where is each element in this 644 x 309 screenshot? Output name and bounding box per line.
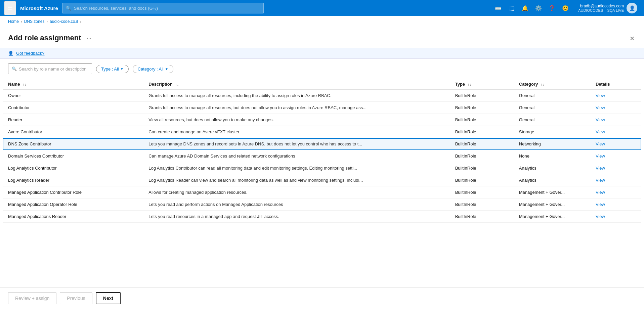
feedback-banner: 👤 Got feedback?: [0, 48, 644, 59]
col-header-type[interactable]: Type ↑↓: [450, 79, 514, 90]
table-row[interactable]: Managed Application Operator RoleLets yo…: [3, 198, 641, 211]
notifications-button[interactable]: 🔔: [519, 2, 531, 14]
col-header-description[interactable]: Description ↑↓: [143, 79, 449, 90]
view-link[interactable]: View: [596, 105, 605, 110]
view-link[interactable]: View: [596, 129, 605, 134]
view-link[interactable]: View: [596, 178, 605, 183]
table-row[interactable]: DNS Zone ContributorLets you manage DNS …: [3, 138, 641, 150]
view-link[interactable]: View: [596, 214, 605, 219]
role-details-cell[interactable]: View: [590, 90, 641, 102]
table-row[interactable]: Managed Applications ReaderLets you read…: [3, 211, 641, 223]
col-header-name[interactable]: Name ↑↓: [3, 79, 143, 90]
role-details-cell[interactable]: View: [590, 138, 641, 150]
role-details-cell[interactable]: View: [590, 162, 641, 174]
role-type-cell: BuiltInRole: [450, 174, 514, 186]
topbar-icons: ⌨️ ⬚ 🔔 ⚙️ ❓ 😊: [492, 2, 571, 14]
role-description-cell: Grants full access to manage all resourc…: [143, 90, 449, 102]
role-type-cell: BuiltInRole: [450, 162, 514, 174]
feedback-button[interactable]: 😊: [559, 2, 571, 14]
role-description-cell: Can manage Azure AD Domain Services and …: [143, 150, 449, 162]
breadcrumb-home[interactable]: Home: [8, 19, 19, 24]
global-search-box[interactable]: 🔍: [62, 3, 264, 13]
breadcrumb-resource[interactable]: audio-code.co.il: [50, 19, 78, 24]
view-link[interactable]: View: [596, 141, 605, 146]
role-type-cell: BuiltInRole: [450, 150, 514, 162]
role-details-cell[interactable]: View: [590, 114, 641, 126]
view-link[interactable]: View: [596, 166, 605, 171]
bottom-bar: Review + assign Previous Next: [0, 287, 644, 309]
role-category-cell: General: [514, 114, 590, 126]
role-category-cell: Storage: [514, 126, 590, 138]
role-type-cell: BuiltInRole: [450, 138, 514, 150]
global-search-input[interactable]: [74, 6, 260, 11]
role-category-cell: Analytics: [514, 174, 590, 186]
table-row[interactable]: Managed Application Contributor RoleAllo…: [3, 186, 641, 198]
roles-table-wrapper: Name ↑↓ Description ↑↓ Type ↑↓ Category …: [0, 79, 644, 287]
more-options-button[interactable]: ···: [85, 34, 94, 42]
role-category-cell: Management + Gover...: [514, 198, 590, 211]
role-type-cell: BuiltInRole: [450, 198, 514, 211]
view-link[interactable]: View: [596, 117, 605, 122]
table-header-row: Name ↑↓ Description ↑↓ Type ↑↓ Category …: [3, 79, 641, 90]
previous-button[interactable]: Previous: [60, 292, 92, 304]
role-details-cell[interactable]: View: [590, 102, 641, 114]
roles-table: Name ↑↓ Description ↑↓ Type ↑↓ Category …: [3, 79, 641, 223]
role-details-cell[interactable]: View: [590, 126, 641, 138]
type-filter-label: Type : All: [101, 67, 119, 72]
cloud-shell-button[interactable]: ⌨️: [492, 2, 504, 14]
role-description-cell: Log Analytics Reader can view and search…: [143, 174, 449, 186]
description-sort-icon: ↑↓: [175, 82, 179, 86]
type-filter-chevron-icon: ▼: [120, 67, 124, 71]
role-search-box[interactable]: 🔍: [8, 63, 92, 74]
panel-title-row: Add role assignment ···: [8, 34, 94, 42]
table-row[interactable]: Log Analytics ReaderLog Analytics Reader…: [3, 174, 641, 186]
table-row[interactable]: OwnerGrants full access to manage all re…: [3, 90, 641, 102]
role-details-cell[interactable]: View: [590, 198, 641, 211]
role-description-cell: Can create and manage an Avere vFXT clus…: [143, 126, 449, 138]
role-name-cell: Log Analytics Contributor: [3, 162, 143, 174]
close-button[interactable]: ✕: [628, 34, 636, 44]
portal-menu-button[interactable]: ⬚: [506, 2, 518, 14]
table-row[interactable]: Domain Services ContributorCan manage Az…: [3, 150, 641, 162]
role-details-cell[interactable]: View: [590, 150, 641, 162]
role-details-cell[interactable]: View: [590, 174, 641, 186]
breadcrumb-sep-2: ›: [46, 19, 48, 24]
role-category-cell: Management + Gover...: [514, 186, 590, 198]
role-details-cell[interactable]: View: [590, 186, 641, 198]
role-name-cell: Avere Contributor: [3, 126, 143, 138]
table-row[interactable]: ContributorGrants full access to manage …: [3, 102, 641, 114]
feedback-text[interactable]: Got feedback?: [16, 51, 45, 56]
role-type-cell: BuiltInRole: [450, 186, 514, 198]
user-org: AUDIOCODES – SQA LIVE: [578, 8, 624, 12]
breadcrumb-dns-zones[interactable]: DNS zones: [24, 19, 45, 24]
role-details-cell[interactable]: View: [590, 211, 641, 223]
view-link[interactable]: View: [596, 93, 605, 98]
view-link[interactable]: View: [596, 190, 605, 195]
role-type-cell: BuiltInRole: [450, 114, 514, 126]
category-filter-pill[interactable]: Category : All ▼: [133, 65, 173, 73]
review-assign-button[interactable]: Review + assign: [8, 292, 56, 304]
table-row[interactable]: Avere ContributorCan create and manage a…: [3, 126, 641, 138]
help-button[interactable]: ❓: [546, 2, 558, 14]
table-row[interactable]: ReaderView all resources, but does not a…: [3, 114, 641, 126]
view-link[interactable]: View: [596, 202, 605, 207]
role-type-cell: BuiltInRole: [450, 126, 514, 138]
role-name-cell: Reader: [3, 114, 143, 126]
breadcrumb: Home › DNS zones › audio-code.co.il ›: [0, 16, 644, 27]
next-button[interactable]: Next: [96, 292, 121, 304]
role-category-cell: Networking: [514, 138, 590, 150]
view-link[interactable]: View: [596, 153, 605, 159]
role-description-cell: Grants full access to manage all resourc…: [143, 102, 449, 114]
add-role-assignment-panel: Add role assignment ··· ✕ 👤 Got feedback…: [0, 27, 644, 309]
role-name-cell: Managed Applications Reader: [3, 211, 143, 223]
search-icon: 🔍: [66, 6, 71, 11]
settings-button[interactable]: ⚙️: [532, 2, 545, 14]
table-row[interactable]: Log Analytics ContributorLog Analytics C…: [3, 162, 641, 174]
user-profile[interactable]: bradb@audiocodes.com AUDIOCODES – SQA LI…: [575, 3, 640, 13]
col-header-category[interactable]: Category ↑↓: [514, 79, 590, 90]
role-search-input[interactable]: [19, 67, 88, 72]
role-category-cell: Management + Gover...: [514, 211, 590, 223]
type-filter-pill[interactable]: Type : All ▼: [96, 65, 129, 73]
hamburger-menu-button[interactable]: ☰: [4, 1, 16, 15]
breadcrumb-sep-1: ›: [21, 19, 22, 24]
